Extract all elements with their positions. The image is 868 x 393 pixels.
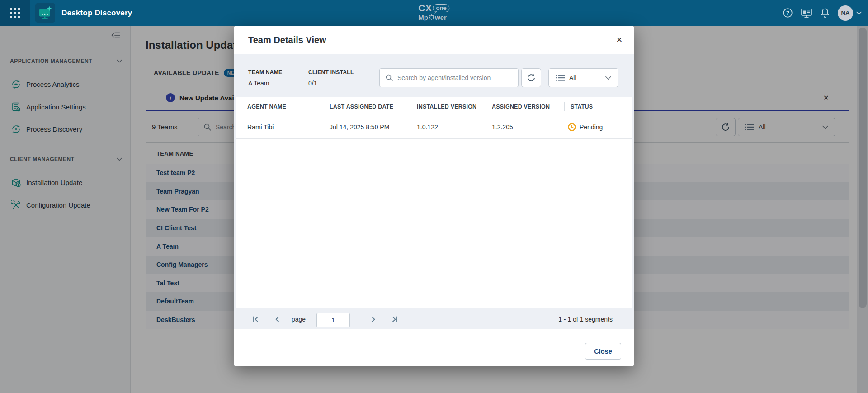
help-button[interactable]: ? — [783, 8, 793, 18]
chevron-down-icon — [605, 74, 611, 82]
column-divider — [564, 102, 565, 111]
modal-close-icon[interactable]: ✕ — [616, 26, 623, 54]
user-menu[interactable]: NA — [838, 5, 862, 21]
pending-clock-icon — [567, 123, 576, 132]
search-icon — [386, 74, 393, 81]
status-filter-dropdown[interactable]: All — [548, 68, 618, 87]
modal-footer: Close — [234, 329, 634, 366]
cell-status: Pending — [567, 116, 603, 138]
cell-agent-name: Rami Tibi — [247, 116, 274, 138]
cell-installed-version: 1.0.122 — [417, 116, 438, 138]
logo-cx-text: CX — [418, 3, 432, 13]
cell-assigned-version: 1.2.205 — [492, 116, 513, 138]
app-grid-icon — [10, 8, 20, 18]
status-badge: Pending — [580, 123, 603, 131]
refresh-icon — [526, 73, 536, 83]
column-status: STATUS — [571, 97, 593, 116]
app-window: Desktop Discovery CX one Mp wer — [0, 0, 868, 393]
agent-search-input[interactable] — [396, 74, 518, 82]
client-install-label: CLIENT INSTALL — [308, 69, 354, 76]
agents-table: AGENT NAME LAST ASSIGNED DATE INSTALLED … — [236, 97, 632, 308]
svg-text:?: ? — [786, 10, 789, 16]
previous-page-button[interactable] — [274, 313, 280, 326]
app-launcher-button[interactable] — [0, 0, 30, 26]
cell-last-assigned-date: Jul 14, 2025 8:50 PM — [330, 116, 389, 138]
modal-title: Team Details View — [248, 26, 326, 54]
modal-refresh-button[interactable] — [521, 68, 541, 87]
next-page-button[interactable] — [371, 313, 376, 326]
filter-list-icon — [555, 74, 565, 81]
team-details-modal: Team Details View ✕ TEAM NAME A Team CLI… — [234, 26, 634, 366]
column-divider — [408, 102, 408, 111]
column-installed-version: INSTALLED VERSION — [417, 97, 476, 116]
filter-selected-value: All — [569, 74, 576, 81]
last-page-button[interactable] — [392, 313, 398, 326]
team-name-value: A Team — [248, 80, 269, 87]
team-name-label: TEAM NAME — [248, 69, 282, 76]
modal-header: Team Details View ✕ — [234, 26, 634, 54]
bell-icon — [820, 8, 830, 19]
agent-search-box[interactable] — [379, 68, 519, 87]
help-icon: ? — [783, 8, 793, 18]
first-page-button[interactable] — [253, 313, 259, 326]
avatar: NA — [838, 5, 853, 21]
cxone-mpower-logo: CX one Mp wer — [418, 3, 449, 21]
page-label: page — [292, 313, 306, 326]
notifications-button[interactable] — [820, 8, 830, 19]
page-number-input[interactable] — [316, 313, 350, 327]
monitor-sparkle-icon — [38, 5, 53, 21]
logo-mpower-post: wer — [435, 14, 447, 21]
table-row-divider — [236, 138, 632, 139]
desktop-discovery-logo-tile[interactable] — [35, 3, 55, 23]
column-divider — [486, 102, 486, 111]
column-divider — [324, 102, 324, 111]
gear-icon — [429, 14, 434, 20]
presentation-button[interactable] — [801, 8, 812, 19]
logo-one-bubble: one — [433, 4, 450, 12]
column-agent-name: AGENT NAME — [247, 97, 286, 116]
column-assigned-version: ASSIGNED VERSION — [492, 97, 550, 116]
column-last-assigned-date: LAST ASSIGNED DATE — [330, 97, 393, 116]
presentation-screen-icon — [801, 8, 812, 19]
chevron-down-icon — [856, 11, 862, 15]
logo-mpower-pre: Mp — [418, 14, 428, 21]
pagination-summary: 1 - 1 of 1 segments — [558, 313, 613, 326]
client-install-value: 0/1 — [308, 80, 317, 87]
close-button[interactable]: Close — [585, 343, 621, 360]
top-navbar: Desktop Discovery CX one Mp wer — [0, 0, 868, 26]
app-title: Desktop Discovery — [61, 0, 132, 26]
